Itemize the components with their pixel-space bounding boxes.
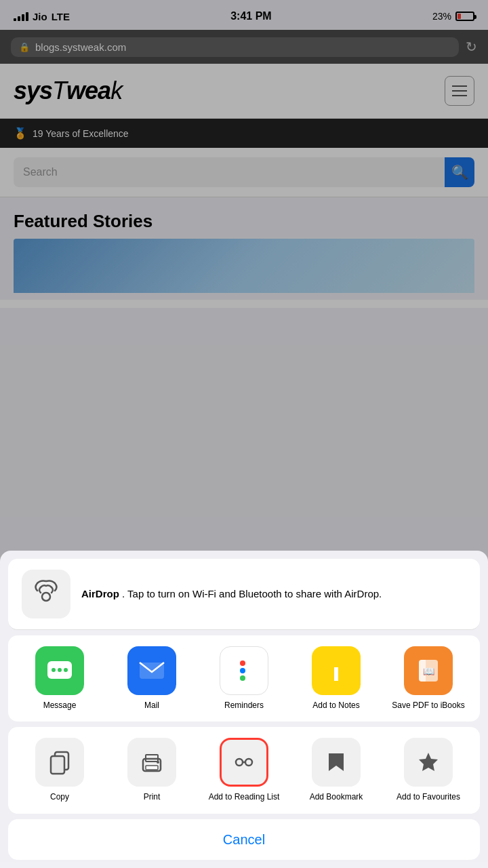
svg-point-4: [64, 668, 68, 672]
bookmark-label: Add Bookmark: [310, 792, 363, 803]
app-mail[interactable]: Mail: [115, 646, 189, 711]
share-sheet: AirDrop . Tap to turn on Wi-Fi and Bluet…: [0, 551, 488, 868]
svg-rect-12: [146, 766, 158, 770]
app-message[interactable]: Message: [22, 646, 97, 711]
bookmark-icon: [312, 738, 361, 787]
svg-point-3: [58, 668, 62, 672]
message-icon: [35, 646, 84, 695]
svg-point-0: [42, 593, 50, 601]
airdrop-title: AirDrop: [81, 588, 119, 599]
app-notes[interactable]: Add to Notes: [299, 646, 373, 711]
action-bookmark[interactable]: Add Bookmark: [299, 738, 373, 803]
reminders-icon: [220, 646, 268, 695]
reminders-label: Reminders: [224, 701, 264, 711]
print-icon: [127, 738, 176, 787]
notes-icon: [312, 646, 361, 695]
action-reading-list[interactable]: Add to Reading List: [207, 738, 281, 803]
apps-section: Message Mail: [8, 635, 480, 722]
action-print[interactable]: Print: [115, 738, 189, 803]
svg-point-14: [236, 759, 243, 766]
cancel-label: Cancel: [223, 832, 265, 848]
ibooks-icon: 📖: [404, 646, 453, 695]
actions-section: Copy Print: [8, 727, 480, 814]
svg-point-15: [245, 759, 252, 766]
airdrop-description: AirDrop . Tap to turn on Wi-Fi and Bluet…: [81, 587, 382, 601]
svg-text:📖: 📖: [423, 666, 435, 677]
svg-marker-17: [419, 753, 438, 771]
message-label: Message: [43, 701, 77, 711]
ibooks-label: Save PDF to iBooks: [392, 701, 464, 711]
app-ibooks[interactable]: 📖 Save PDF to iBooks: [391, 646, 466, 711]
notes-label: Add to Notes: [312, 701, 359, 711]
share-main-panel: AirDrop . Tap to turn on Wi-Fi and Bluet…: [0, 551, 488, 868]
apps-row: Message Mail: [14, 646, 474, 711]
airdrop-subtitle: . Tap to turn on Wi-Fi and Bluetooth to …: [122, 588, 382, 599]
svg-point-13: [157, 761, 159, 764]
svg-point-2: [52, 668, 56, 672]
action-copy[interactable]: Copy: [22, 738, 97, 803]
actions-row: Copy Print: [14, 738, 474, 803]
svg-rect-9: [51, 756, 64, 774]
favourites-label: Add to Favourites: [396, 792, 460, 803]
action-favourites[interactable]: Add to Favourites: [391, 738, 466, 803]
reading-list-icon: [220, 738, 268, 787]
favourites-icon: [404, 738, 453, 787]
airdrop-section[interactable]: AirDrop . Tap to turn on Wi-Fi and Bluet…: [8, 559, 480, 630]
print-label: Print: [144, 792, 161, 803]
copy-icon: [35, 738, 84, 787]
reading-list-label: Add to Reading List: [209, 792, 280, 803]
copy-label: Copy: [50, 792, 69, 803]
mail-label: Mail: [144, 701, 159, 711]
app-reminders[interactable]: Reminders: [207, 646, 281, 711]
mail-icon: [127, 646, 176, 695]
cancel-button[interactable]: Cancel: [8, 819, 480, 860]
airdrop-icon: [22, 570, 70, 618]
